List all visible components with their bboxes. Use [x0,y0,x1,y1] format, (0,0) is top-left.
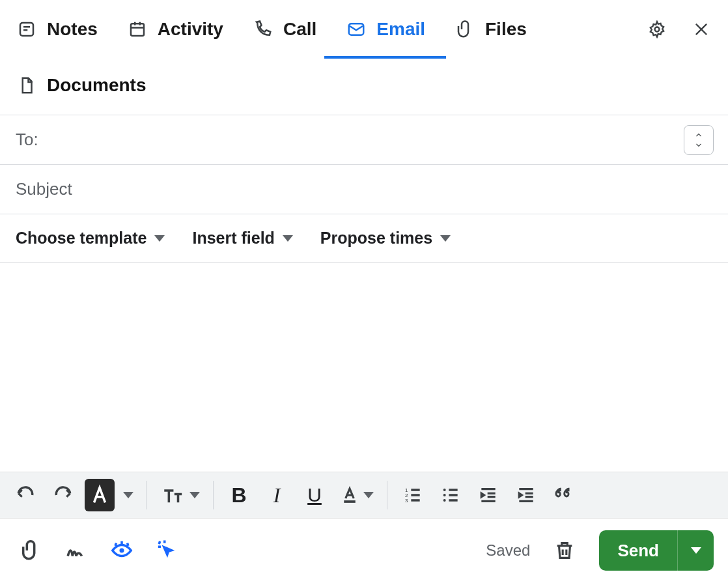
font-family-button[interactable] [85,479,115,511]
insert-field-label: Insert field [192,229,274,248]
notes-icon [16,18,38,40]
signature-button[interactable] [65,539,87,562]
italic-icon: I [273,483,281,507]
choose-template-label: Choose template [16,229,147,248]
expand-recipients-button[interactable] [684,125,714,155]
caret-down-icon [189,492,200,498]
close-icon[interactable] [690,18,712,40]
tab-files[interactable]: Files [454,0,527,59]
caret-down-icon [440,235,451,242]
caret-down-icon [154,235,165,242]
tab-notes[interactable]: Notes [16,0,98,59]
text-color-button[interactable] [336,479,378,511]
propose-times-button[interactable]: Propose times [320,229,451,248]
bold-icon: B [231,483,246,507]
propose-times-label: Propose times [320,229,432,248]
send-button-group: Send [599,530,714,571]
font-size-button[interactable] [156,479,204,511]
settings-icon[interactable] [646,18,668,40]
document-icon [16,74,38,96]
tab-call[interactable]: Call [252,0,316,59]
underline-icon: U [307,484,322,506]
tabs-right-controls [646,18,712,40]
separator [213,481,214,509]
outdent-button[interactable] [472,479,505,511]
tracking-cursor-button[interactable] [156,539,178,562]
send-button-label: Send [617,541,659,561]
to-field[interactable]: To: [0,115,728,165]
composer-footer: Saved Send [0,519,728,585]
separator [146,481,147,509]
phone-icon [252,18,274,40]
tab-files-label: Files [485,19,527,40]
caret-down-icon [363,492,374,498]
subject-input[interactable] [16,179,712,199]
svg-rect-1 [131,23,144,36]
caret-down-icon [123,492,133,498]
separator [387,481,387,509]
underline-button[interactable]: U [298,479,331,511]
choose-template-button[interactable]: Choose template [16,229,165,248]
calendar-icon [126,18,148,40]
send-options-button[interactable] [677,530,714,571]
svg-point-9 [443,499,446,502]
email-icon [345,18,367,40]
tab-email-label: Email [376,19,425,40]
font-family-caret[interactable] [120,479,137,511]
ordered-list-button[interactable]: 123 [397,479,429,511]
formatting-toolbar: B I U 123 [0,472,728,519]
email-body-editor[interactable] [0,263,728,472]
svg-point-10 [119,548,124,552]
tab-notes-label: Notes [47,19,98,40]
to-label: To: [16,130,38,150]
indent-button[interactable] [510,479,542,511]
svg-point-8 [443,494,446,496]
send-button[interactable]: Send [599,530,677,571]
redo-button[interactable] [47,479,79,511]
tab-documents[interactable]: Documents [0,59,728,115]
composer-tabs: Notes Activity Call Email Files [0,0,728,59]
visibility-button[interactable] [111,539,133,562]
tab-call-label: Call [283,19,316,40]
insert-field-button[interactable]: Insert field [192,229,292,248]
caret-down-icon [691,547,701,554]
unordered-list-button[interactable] [434,479,467,511]
blockquote-button[interactable] [548,479,580,511]
italic-button[interactable]: I [260,479,293,511]
tab-documents-label: Documents [47,75,146,96]
delete-draft-button[interactable] [553,539,576,562]
tab-email[interactable]: Email [345,0,425,59]
svg-text:3: 3 [405,498,408,504]
tab-activity-label: Activity [158,19,223,40]
subject-field[interactable] [0,165,728,214]
bold-button[interactable]: B [223,479,255,511]
attach-file-button[interactable] [20,539,42,562]
svg-point-7 [443,489,446,491]
paperclip-icon [454,18,476,40]
tab-activity[interactable]: Activity [126,0,223,59]
composer-actions: Choose template Insert field Propose tim… [0,214,728,263]
svg-point-3 [655,27,660,32]
to-input[interactable] [46,130,712,150]
undo-button[interactable] [9,479,42,511]
caret-down-icon [283,235,293,242]
save-status: Saved [486,541,530,560]
